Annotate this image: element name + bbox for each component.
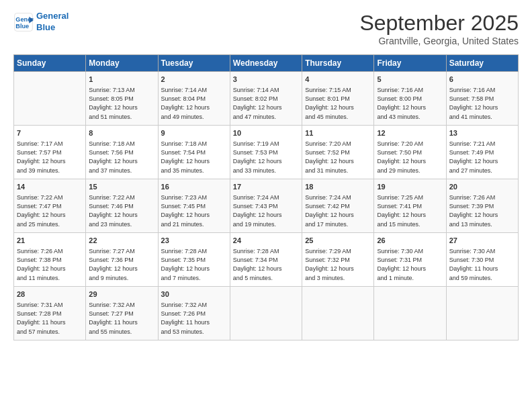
calendar-header-row: SundayMondayTuesdayWednesdayThursdayFrid…	[14, 55, 519, 72]
calendar-cell: 11Sunrise: 7:20 AM Sunset: 7:52 PM Dayli…	[302, 126, 374, 179]
page-container: General Blue General Blue September 2025…	[0, 0, 532, 347]
cell-info: Sunrise: 7:16 AM Sunset: 8:00 PM Dayligh…	[377, 86, 443, 121]
calendar-cell: 25Sunrise: 7:29 AM Sunset: 7:32 PM Dayli…	[302, 233, 374, 287]
cell-info: Sunrise: 7:29 AM Sunset: 7:32 PM Dayligh…	[305, 247, 371, 282]
cell-info: Sunrise: 7:13 AM Sunset: 8:05 PM Dayligh…	[89, 86, 154, 121]
day-number: 26	[377, 236, 443, 246]
column-header-tuesday: Tuesday	[158, 55, 230, 72]
cell-info: Sunrise: 7:17 AM Sunset: 7:57 PM Dayligh…	[17, 140, 83, 175]
calendar-table: SundayMondayTuesdayWednesdayThursdayFrid…	[13, 54, 519, 340]
calendar-cell: 17Sunrise: 7:24 AM Sunset: 7:43 PM Dayli…	[230, 179, 302, 233]
cell-info: Sunrise: 7:25 AM Sunset: 7:41 PM Dayligh…	[377, 193, 443, 228]
calendar-cell: 19Sunrise: 7:25 AM Sunset: 7:41 PM Dayli…	[374, 179, 446, 233]
cell-info: Sunrise: 7:26 AM Sunset: 7:39 PM Dayligh…	[449, 193, 515, 228]
calendar-cell: 21Sunrise: 7:26 AM Sunset: 7:38 PM Dayli…	[14, 233, 86, 287]
week-row-1: 1Sunrise: 7:13 AM Sunset: 8:05 PM Daylig…	[14, 72, 519, 126]
header: General Blue General Blue September 2025…	[13, 11, 519, 46]
cell-info: Sunrise: 7:28 AM Sunset: 7:34 PM Dayligh…	[233, 247, 299, 282]
week-row-5: 28Sunrise: 7:31 AM Sunset: 7:28 PM Dayli…	[14, 287, 519, 340]
logo: General Blue General Blue	[13, 11, 69, 34]
cell-info: Sunrise: 7:32 AM Sunset: 7:26 PM Dayligh…	[161, 301, 227, 336]
day-number: 25	[305, 236, 371, 246]
calendar-cell	[446, 287, 518, 340]
cell-info: Sunrise: 7:31 AM Sunset: 7:28 PM Dayligh…	[17, 301, 83, 336]
day-number: 7	[17, 128, 83, 138]
calendar-cell	[302, 287, 374, 340]
calendar-cell: 5Sunrise: 7:16 AM Sunset: 8:00 PM Daylig…	[374, 72, 446, 126]
calendar-body: 1Sunrise: 7:13 AM Sunset: 8:05 PM Daylig…	[14, 72, 519, 340]
calendar-cell: 20Sunrise: 7:26 AM Sunset: 7:39 PM Dayli…	[446, 179, 518, 233]
calendar-cell: 27Sunrise: 7:30 AM Sunset: 7:30 PM Dayli…	[446, 233, 518, 287]
logo-text: General Blue	[36, 11, 69, 34]
calendar-cell	[374, 287, 446, 340]
calendar-cell: 22Sunrise: 7:27 AM Sunset: 7:36 PM Dayli…	[86, 233, 158, 287]
logo-general: General	[36, 11, 69, 21]
week-row-3: 14Sunrise: 7:22 AM Sunset: 7:47 PM Dayli…	[14, 179, 519, 233]
column-header-thursday: Thursday	[302, 55, 374, 72]
calendar-cell: 3Sunrise: 7:14 AM Sunset: 8:02 PM Daylig…	[230, 72, 302, 126]
day-number: 28	[17, 289, 83, 300]
cell-info: Sunrise: 7:16 AM Sunset: 7:58 PM Dayligh…	[449, 86, 515, 121]
day-number: 24	[233, 236, 299, 246]
cell-info: Sunrise: 7:14 AM Sunset: 8:04 PM Dayligh…	[161, 86, 227, 121]
calendar-cell: 10Sunrise: 7:19 AM Sunset: 7:53 PM Dayli…	[230, 126, 302, 179]
logo-blue: Blue	[36, 22, 55, 32]
calendar-cell: 24Sunrise: 7:28 AM Sunset: 7:34 PM Dayli…	[230, 233, 302, 287]
cell-info: Sunrise: 7:19 AM Sunset: 7:53 PM Dayligh…	[233, 140, 299, 175]
cell-info: Sunrise: 7:24 AM Sunset: 7:42 PM Dayligh…	[305, 193, 371, 228]
calendar-cell: 23Sunrise: 7:28 AM Sunset: 7:35 PM Dayli…	[158, 233, 230, 287]
day-number: 6	[449, 75, 515, 85]
week-row-4: 21Sunrise: 7:26 AM Sunset: 7:38 PM Dayli…	[14, 233, 519, 287]
day-number: 18	[305, 182, 371, 192]
day-number: 4	[305, 75, 371, 85]
cell-info: Sunrise: 7:21 AM Sunset: 7:49 PM Dayligh…	[449, 140, 515, 175]
calendar-cell	[14, 72, 86, 126]
column-header-wednesday: Wednesday	[230, 55, 302, 72]
calendar-cell: 15Sunrise: 7:22 AM Sunset: 7:46 PM Dayli…	[86, 179, 158, 233]
cell-info: Sunrise: 7:24 AM Sunset: 7:43 PM Dayligh…	[233, 193, 299, 228]
cell-info: Sunrise: 7:20 AM Sunset: 7:52 PM Dayligh…	[305, 140, 371, 175]
main-title: September 2025	[359, 11, 519, 36]
calendar-cell: 28Sunrise: 7:31 AM Sunset: 7:28 PM Dayli…	[14, 287, 86, 340]
day-number: 12	[377, 128, 443, 138]
day-number: 23	[161, 236, 227, 246]
calendar-cell: 7Sunrise: 7:17 AM Sunset: 7:57 PM Daylig…	[14, 126, 86, 179]
calendar-cell: 16Sunrise: 7:23 AM Sunset: 7:45 PM Dayli…	[158, 179, 230, 233]
cell-info: Sunrise: 7:23 AM Sunset: 7:45 PM Dayligh…	[161, 193, 227, 228]
day-number: 15	[89, 182, 154, 192]
day-number: 2	[161, 75, 227, 85]
cell-info: Sunrise: 7:14 AM Sunset: 8:02 PM Dayligh…	[233, 86, 299, 121]
calendar-cell: 30Sunrise: 7:32 AM Sunset: 7:26 PM Dayli…	[158, 287, 230, 340]
subtitle: Grantville, Georgia, United States	[359, 36, 519, 46]
day-number: 5	[377, 75, 443, 85]
calendar-cell: 2Sunrise: 7:14 AM Sunset: 8:04 PM Daylig…	[158, 72, 230, 126]
calendar-cell: 26Sunrise: 7:30 AM Sunset: 7:31 PM Dayli…	[374, 233, 446, 287]
day-number: 20	[449, 182, 515, 192]
day-number: 19	[377, 182, 443, 192]
title-block: September 2025 Grantville, Georgia, Unit…	[359, 11, 519, 46]
cell-info: Sunrise: 7:18 AM Sunset: 7:54 PM Dayligh…	[161, 140, 227, 175]
logo-icon: General Blue	[13, 12, 34, 32]
day-number: 17	[233, 182, 299, 192]
cell-info: Sunrise: 7:32 AM Sunset: 7:27 PM Dayligh…	[89, 301, 154, 336]
column-header-sunday: Sunday	[14, 55, 86, 72]
day-number: 30	[161, 289, 227, 300]
cell-info: Sunrise: 7:22 AM Sunset: 7:46 PM Dayligh…	[89, 193, 154, 228]
cell-info: Sunrise: 7:18 AM Sunset: 7:56 PM Dayligh…	[89, 140, 154, 175]
cell-info: Sunrise: 7:30 AM Sunset: 7:30 PM Dayligh…	[449, 247, 515, 282]
calendar-cell: 6Sunrise: 7:16 AM Sunset: 7:58 PM Daylig…	[446, 72, 518, 126]
day-number: 22	[89, 236, 154, 246]
day-number: 27	[449, 236, 515, 246]
day-number: 8	[89, 128, 154, 138]
cell-info: Sunrise: 7:30 AM Sunset: 7:31 PM Dayligh…	[377, 247, 443, 282]
day-number: 14	[17, 182, 83, 192]
cell-info: Sunrise: 7:15 AM Sunset: 8:01 PM Dayligh…	[305, 86, 371, 121]
day-number: 29	[89, 289, 154, 300]
day-number: 11	[305, 128, 371, 138]
day-number: 16	[161, 182, 227, 192]
cell-info: Sunrise: 7:26 AM Sunset: 7:38 PM Dayligh…	[17, 247, 83, 282]
week-row-2: 7Sunrise: 7:17 AM Sunset: 7:57 PM Daylig…	[14, 126, 519, 179]
calendar-cell: 18Sunrise: 7:24 AM Sunset: 7:42 PM Dayli…	[302, 179, 374, 233]
svg-text:Blue: Blue	[15, 23, 29, 30]
day-number: 3	[233, 75, 299, 85]
